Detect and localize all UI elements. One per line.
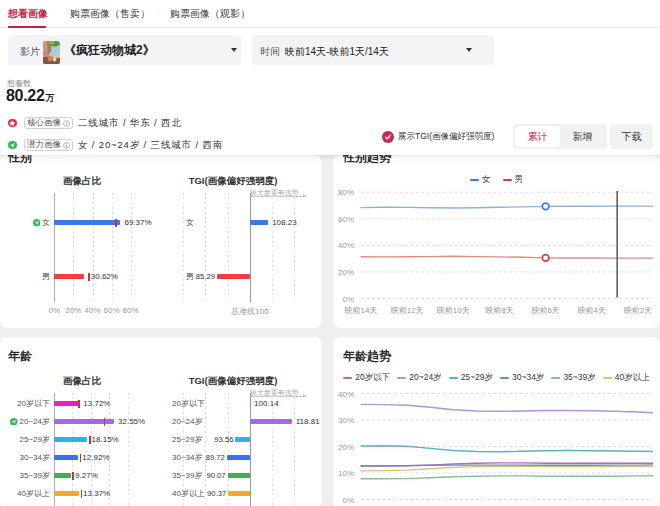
tgi-category-label: 40岁以上	[172, 489, 205, 499]
panel-gender-trend: 性别趋势 女男0%20%40%60%80%映前14天映前12天映前10天映前8天…	[333, 155, 660, 328]
segment-cumulative[interactable]: 累计	[515, 126, 560, 147]
tgi-category-label: 女	[186, 218, 194, 228]
share-bar	[54, 401, 79, 406]
tgi-value-label: 108.23	[272, 218, 296, 228]
badge-label: 核心画像	[27, 117, 61, 129]
tgi-bar	[235, 437, 249, 442]
core-profile-text: 二线城市 / 华东 / 西北	[78, 117, 182, 130]
plane-circle-icon	[8, 141, 17, 150]
market-marker-tick	[115, 219, 117, 227]
tgi-baseline-label: 基准线100	[231, 306, 268, 317]
tgi-axis-annotation: 较大盘更有优势	[250, 188, 299, 198]
share-value-label: 18.15%	[92, 435, 119, 445]
check-icon	[382, 131, 394, 143]
panel-gender-profile: 性别 画像占比TGI(画像偏好强弱度)较大盘更有优势0%20%40%60%80%…	[0, 155, 322, 328]
share-category-label: 男	[0, 272, 50, 282]
tgi-axis-arrow-head	[303, 394, 307, 398]
share-chart-title: 画像占比	[63, 175, 101, 188]
share-x-tick-label: 20%	[65, 306, 81, 315]
tab-label: 想看画像	[8, 7, 48, 21]
tab-ticket-profile-watch[interactable]: 购票画像（观影）	[170, 0, 242, 28]
tgi-bar	[227, 455, 250, 460]
tgi-category-label: 35~39岁	[172, 471, 202, 481]
tab-label: 购票画像（售卖）	[70, 7, 150, 21]
share-bar	[54, 455, 78, 460]
share-value-label: 13.37%	[83, 489, 110, 499]
share-value-label: 9.27%	[75, 471, 98, 481]
tab-want-see-profile[interactable]: 想看画像	[8, 0, 46, 28]
panel-title-gender: 性别	[8, 155, 32, 166]
movie-select[interactable]: 影片 《疯狂动物城2》	[8, 35, 241, 65]
info-icon	[63, 142, 70, 149]
tgi-value-label: 90.07	[206, 471, 225, 481]
chevron-down-icon	[231, 48, 237, 52]
tgi-gridline	[294, 193, 295, 302]
chevron-down-icon	[466, 48, 472, 52]
share-axis-line	[54, 393, 55, 506]
tgi-gridline	[272, 393, 273, 506]
share-bar	[54, 491, 79, 496]
data-point-marker[interactable]	[542, 203, 549, 210]
show-tgi-label: 展示TGI(画像偏好强弱度)	[398, 131, 494, 143]
tgi-chart-title: TGI(画像偏好强弱度)	[189, 375, 278, 388]
tgi-category-label: 20~24岁	[172, 417, 202, 427]
tgi-value-label: 93.56	[214, 435, 233, 445]
tgi-value-label: 100.14	[254, 399, 278, 409]
share-category-label: 40岁以上	[0, 489, 50, 499]
potential-profile-row: 潜力画像 女 / 20~24岁 / 三线城市 / 西南	[8, 139, 223, 151]
market-marker-tick	[72, 472, 74, 480]
tgi-bar	[228, 473, 250, 478]
share-x-tick-label: 60%	[104, 306, 120, 315]
movie-poster	[43, 41, 60, 64]
share-category-label: 女	[0, 218, 50, 228]
movie-select-value: 《疯狂动物城2》	[64, 42, 155, 59]
tab-ticket-profile-sale[interactable]: 购票画像（售卖）	[70, 0, 142, 28]
share-gridline	[131, 193, 132, 302]
potential-profile-badge[interactable]: 潜力画像	[24, 139, 74, 151]
core-profile-badge[interactable]: 核心画像	[24, 117, 74, 129]
share-x-tick-label: 80%	[123, 306, 139, 315]
aggregation-switch: 累计 新增	[513, 124, 607, 149]
active-tab-underline	[8, 26, 46, 28]
share-x-tick-label: 40%	[84, 306, 100, 315]
share-category-label: 30~34岁	[0, 453, 50, 463]
tgi-bar	[228, 491, 249, 496]
trend-line-男	[361, 256, 653, 258]
share-bar	[54, 473, 71, 478]
share-value-label: 69.37%	[124, 218, 151, 228]
tgi-value-label: 118.81	[296, 417, 320, 427]
tgi-gridline	[205, 393, 206, 506]
panel-title-age: 年龄	[8, 348, 32, 365]
panel-age-profile: 年龄 画像占比TGI(画像偏好强弱度)较大盘更有优势0%10%20%30%40%…	[0, 337, 322, 506]
tgi-category-label: 25~29岁	[172, 435, 202, 445]
data-point-marker[interactable]	[542, 255, 549, 262]
segment-new[interactable]: 新增	[560, 126, 605, 147]
tgi-gridline	[228, 193, 229, 302]
trend-line-35~39岁	[361, 476, 653, 479]
tgi-gridline	[205, 193, 206, 302]
download-button[interactable]: 下载	[610, 124, 653, 149]
time-select-value: 映前14天-映前1天/14天	[285, 45, 389, 59]
share-category-label: 35~39岁	[0, 471, 50, 481]
share-gridline	[73, 193, 74, 302]
share-bar	[54, 274, 83, 279]
trend-line-女	[361, 206, 653, 208]
show-tgi-checkbox[interactable]: 展示TGI(画像偏好强弱度)	[382, 131, 494, 143]
share-gridline	[72, 393, 73, 506]
tgi-category-label: 男	[186, 272, 194, 282]
tgi-axis-arrow-head	[303, 194, 307, 198]
tgi-category-label: 30~34岁	[172, 453, 202, 463]
market-marker-tick	[81, 490, 83, 498]
share-gridline	[93, 193, 94, 302]
share-category-label: 20~24岁	[0, 417, 50, 427]
tgi-gridline	[272, 193, 273, 302]
tgi-baseline	[250, 393, 252, 506]
trend-line-30~34岁	[361, 465, 653, 466]
tab-bar: 想看画像 购票画像（售卖） 购票画像（观影）	[0, 0, 660, 28]
time-select[interactable]: 时间 映前14天-映前1天/14天	[252, 35, 494, 65]
trend-plot	[333, 337, 653, 506]
tgi-category-label: 20岁以下	[172, 399, 205, 409]
share-axis-line	[54, 193, 55, 302]
tgi-gridline	[294, 393, 295, 506]
potential-profile-text: 女 / 20~24岁 / 三线城市 / 西南	[78, 139, 223, 152]
